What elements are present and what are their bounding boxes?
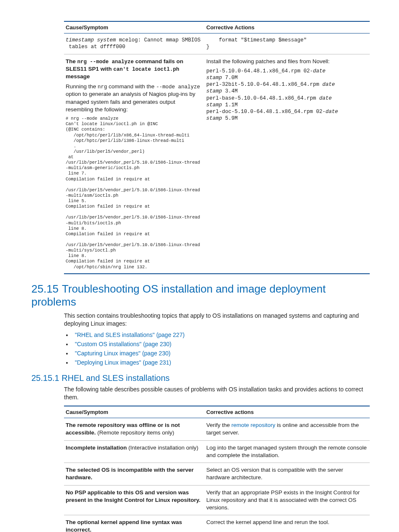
col-actions: Corrective Actions — [205, 21, 370, 33]
list-item: "Capturing Linux images" (page 230) — [72, 350, 370, 357]
section-intro: This section contains troubleshooting to… — [64, 312, 370, 328]
action-intro: Install the following patches and files … — [206, 58, 367, 65]
table-row: timestamp system mcelog: Cannot mmap SMB… — [64, 33, 370, 54]
col-cause: Cause/Symptom — [64, 406, 205, 418]
table-row: The selected OS is incompatible with the… — [64, 463, 370, 485]
symptom-desc: Running the nrg command with the --mode … — [66, 83, 202, 113]
troubleshoot-table-rhel: Cause/Symptom Corrective actions The rem… — [64, 406, 370, 532]
col-actions: Corrective actions — [205, 406, 370, 418]
action-code: format "$timestamp $message" } — [206, 37, 367, 51]
list-item: "RHEL and SLES installations" (page 227) — [72, 332, 370, 338]
table-row: No PSP applicable to this OS and version… — [64, 485, 370, 515]
remote-repo-link[interactable]: remote repository — [231, 422, 275, 428]
col-cause: Cause/Symptom — [64, 21, 205, 33]
subsection-heading: 25.15.1 RHEL and SLES installations — [31, 373, 370, 383]
table-row: The optional kernel append line syntax w… — [64, 515, 370, 532]
troubleshoot-table-top: Cause/Symptom Corrective Actions timesta… — [64, 21, 370, 274]
section-links: "RHEL and SLES installations" (page 227)… — [72, 332, 370, 366]
subsection-intro: The following table describes possible c… — [64, 386, 370, 401]
symptom-code: timestamp system mcelog: Cannot mmap SMB… — [66, 37, 202, 51]
xref-link[interactable]: "Capturing Linux images" (page 230) — [75, 350, 171, 357]
list-item: "Custom OS installations" (page 230) — [72, 341, 370, 347]
action-code-block: perl-5.10.0-64.48.1.x86_64.rpm 02-date s… — [206, 68, 367, 122]
xref-link[interactable]: "Deploying Linux images" (page 231) — [75, 359, 171, 366]
list-item: "Deploying Linux images" (page 231) — [72, 359, 370, 366]
section-heading: 25.15Troubleshooting OS installation and… — [31, 283, 370, 308]
table-row: The nrg --mode analyze command fails on … — [64, 54, 370, 274]
symptom-code-block: # nrg --mode analyze Can't locate linux/… — [66, 116, 202, 270]
xref-link[interactable]: "RHEL and SLES installations" (page 227) — [75, 332, 184, 338]
xref-link[interactable]: "Custom OS installations" (page 230) — [75, 341, 171, 347]
table-row: Incomplete installation (Interactive ins… — [64, 440, 370, 463]
symptom-title: The nrg --mode analyze command fails on … — [66, 58, 202, 81]
table-row: The remote repository was offline or is … — [64, 418, 370, 440]
